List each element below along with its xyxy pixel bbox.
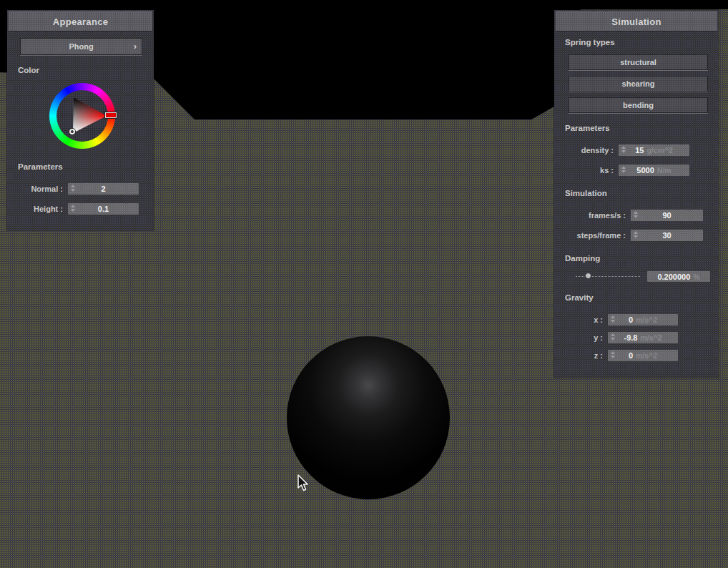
chevron-right-icon: ›	[134, 41, 137, 52]
normal-row: Normal : 2	[7, 182, 154, 195]
sv-selector-icon[interactable]	[69, 129, 75, 134]
spinner-icon[interactable]	[621, 146, 626, 153]
ks-unit: N/m	[657, 166, 672, 175]
spinner-icon[interactable]	[634, 231, 638, 238]
spinner-icon[interactable]	[634, 211, 638, 218]
density-field[interactable]: 15 g/cm^2	[619, 145, 689, 156]
appearance-panel-title: Appearance	[53, 16, 108, 27]
gravity-x-label: x :	[554, 315, 603, 324]
gravity-y-label: y :	[554, 333, 603, 342]
gravity-z-label: z :	[554, 351, 603, 360]
spinner-icon[interactable]	[71, 205, 75, 212]
spinner-icon[interactable]	[611, 315, 615, 323]
mouse-cursor-icon	[297, 474, 310, 496]
damping-row: 0.200000 %	[554, 270, 719, 283]
simulation-params-label: Parameters	[565, 124, 610, 132]
height-value: 0.1	[98, 205, 109, 213]
height-label: Height :	[7, 205, 63, 213]
damping-value: 0.200000	[657, 273, 690, 281]
density-unit: g/cm^2	[646, 146, 672, 155]
simulation-group-label: Simulation	[565, 189, 607, 197]
frames-row: frames/s : 90	[554, 209, 719, 221]
color-label: Color	[18, 66, 39, 74]
height-row: Height : 0.1	[7, 202, 154, 215]
spinner-icon[interactable]	[611, 333, 615, 341]
gravity-z-unit: m/s^2	[636, 351, 657, 360]
shading-mode-dropdown[interactable]: Phong ›	[20, 38, 142, 55]
gravity-y-field[interactable]: -9.8 m/s^2	[608, 332, 678, 343]
simulation-panel: Simulation Spring types structural shear…	[554, 10, 719, 378]
ks-value: 5000	[636, 166, 654, 175]
normal-value: 2	[101, 185, 105, 193]
steps-label: steps/frame :	[554, 231, 626, 240]
color-wheel[interactable]	[49, 83, 115, 149]
frames-field[interactable]: 90	[631, 210, 703, 221]
simulation-panel-titlebar[interactable]: Simulation	[556, 11, 717, 31]
gravity-y-value: -9.8	[624, 333, 637, 342]
density-value: 15	[635, 146, 644, 155]
bending-button[interactable]: bending	[569, 97, 708, 113]
gravity-x-unit: m/s^2	[636, 315, 657, 324]
normal-field[interactable]: 2	[68, 183, 139, 195]
sphere-object	[287, 336, 450, 499]
damping-unit: %	[693, 273, 699, 281]
spinner-icon[interactable]	[71, 185, 75, 192]
shading-mode-value: Phong	[69, 42, 93, 51]
damping-slider-knob[interactable]	[585, 273, 591, 279]
frames-value: 90	[662, 211, 671, 220]
spinner-icon[interactable]	[611, 351, 615, 358]
gravity-x-field[interactable]: 0 m/s^2	[608, 314, 678, 325]
gravity-z-field[interactable]: 0 m/s^2	[608, 350, 678, 361]
density-row: density : 15 g/cm^2	[554, 144, 719, 156]
structural-button[interactable]: structural	[569, 54, 708, 70]
appearance-params-label: Parameters	[18, 162, 63, 171]
spring-types-label: Spring types	[565, 38, 615, 46]
gravity-y-row: y : -9.8 m/s^2	[554, 331, 719, 343]
steps-value: 30	[662, 231, 671, 240]
spinner-icon[interactable]	[621, 166, 626, 173]
simulation-panel-title: Simulation	[611, 16, 661, 27]
gravity-x-row: x : 0 m/s^2	[554, 313, 719, 325]
damping-label: Damping	[565, 254, 600, 263]
gravity-y-unit: m/s^2	[640, 333, 661, 342]
density-label: density :	[554, 146, 614, 155]
steps-field[interactable]: 30	[631, 230, 703, 241]
damping-value-box[interactable]: 0.200000 %	[647, 271, 710, 282]
ks-field[interactable]: 5000 N/m	[619, 165, 689, 176]
ks-row: ks : 5000 N/m	[554, 164, 719, 176]
height-field[interactable]: 0.1	[68, 203, 139, 215]
ks-label: ks :	[554, 166, 614, 175]
gravity-label: Gravity	[565, 293, 594, 302]
normal-label: Normal :	[7, 185, 63, 193]
gravity-z-value: 0	[629, 351, 633, 360]
appearance-panel-titlebar[interactable]: Appearance	[9, 11, 152, 31]
appearance-panel: Appearance Phong › Color Parameters Norm…	[7, 10, 154, 230]
gravity-z-row: z : 0 m/s^2	[554, 349, 719, 361]
gravity-x-value: 0	[629, 315, 633, 324]
frames-label: frames/s :	[554, 211, 626, 220]
shearing-button[interactable]: shearing	[569, 76, 708, 92]
steps-row: steps/frame : 30	[554, 229, 719, 241]
hue-selector-icon[interactable]	[105, 112, 117, 118]
